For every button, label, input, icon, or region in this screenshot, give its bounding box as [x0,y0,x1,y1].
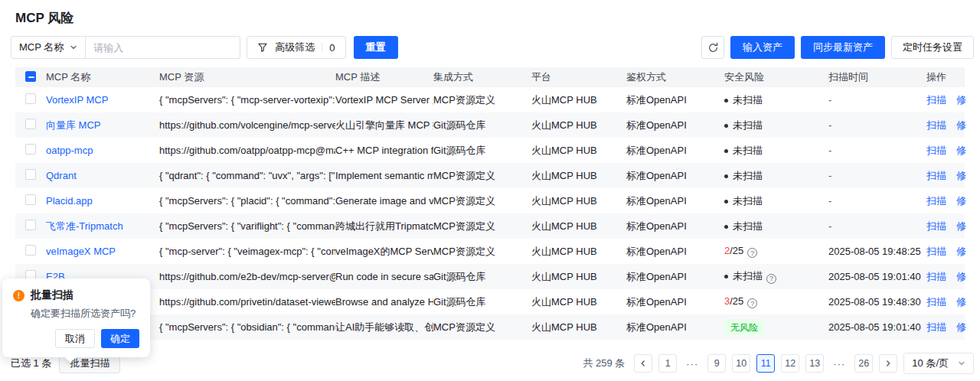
page-ellipsis[interactable]: ··· [830,354,848,373]
scan-time: - [828,220,926,232]
mcp-name-link[interactable]: 飞常准-Tripmatch [46,220,159,233]
scan-link[interactable]: 扫描 [926,194,946,208]
chevron-down-icon [958,360,965,367]
page-button-10[interactable]: 10 [732,354,750,373]
scan-link[interactable]: 扫描 [926,270,946,284]
sync-asset-button[interactable]: 同步最新资产 [801,36,885,59]
batch-scan-popover: ! 批量扫描 确定要扫描所选资产吗? 取消 确定 [2,278,150,357]
import-asset-button[interactable]: 输入资产 [730,36,795,59]
popover-actions: 取消 确定 [13,329,139,348]
column-header-desc: MCP 描述 [335,70,433,84]
table-row: E2B https://github.com/e2b-dev/mcp-serve… [15,264,965,289]
search-input[interactable] [86,36,240,59]
cancel-button[interactable]: 取消 [55,329,95,348]
help-icon[interactable]: ? [747,298,757,308]
edit-link[interactable]: 修改 [956,144,966,158]
toolbar: MCP 名称 高级筛选 0 重置 输入资产 同步最新资产 定时任务设置 [11,36,974,59]
mcp-name-link[interactable]: VortexIP MCP [46,94,159,106]
search-field-select[interactable]: MCP 名称 [11,36,86,59]
edit-link[interactable]: 修改 [956,245,966,259]
mcp-resource-text: { "mcp-server": { "veimagex-mcp": { "com… [159,246,335,257]
mcp-name-link[interactable]: veImageX MCP [46,246,159,257]
scan-link[interactable]: 扫描 [926,169,946,183]
page-button-26[interactable]: 26 [854,354,873,373]
refresh-button[interactable] [701,36,724,59]
divider [322,43,322,52]
row-checkbox[interactable] [25,194,36,205]
row-checkbox[interactable] [25,144,36,155]
page-button-9[interactable]: 9 [707,354,726,373]
scan-time: 2025-08-05 19:48:30 [828,296,926,308]
table-row: Placid.app { "mcpServers": { "placid": {… [15,188,965,213]
next-page-button[interactable] [879,354,897,373]
auth-text: 标准OpenAPI [626,169,724,183]
auth-text: 标准OpenAPI [626,144,724,158]
page-button-1[interactable]: 1 [658,354,677,373]
edit-link[interactable]: 修改 [956,119,966,132]
page-ellipsis[interactable]: ··· [683,354,701,373]
edit-link[interactable]: 修改 [956,295,966,309]
row-checkbox[interactable] [25,169,36,180]
row-checkbox[interactable] [25,119,36,129]
edit-link[interactable]: 修改 [956,321,966,334]
select-all-checkbox[interactable] [25,71,36,82]
popover-header: ! 批量扫描 [13,288,139,302]
confirm-button[interactable]: 确定 [101,329,139,348]
edit-link[interactable]: 修改 [956,93,966,107]
risk-score: 2 [724,245,730,256]
no-risk-badge: 无风险 [724,320,764,335]
mcp-name-link[interactable]: Qdrant [46,170,159,181]
edit-link[interactable]: 修改 [956,194,966,208]
edit-link[interactable]: 修改 [956,270,966,284]
mcp-name-link[interactable]: Placid.app [46,195,159,207]
mcp-name-link[interactable]: oatpp-mcp [46,145,159,156]
table-row: https://github.com/privetin/dataset-view… [15,289,965,314]
integration-text: MCP资源定义 [433,194,531,208]
reset-button[interactable]: 重置 [354,36,398,59]
help-icon[interactable]: ? [766,274,776,284]
header-checkbox-cell [15,71,46,84]
popover-message: 确定要扫描所选资产吗? [31,307,139,321]
auth-text: 标准OpenAPI [626,295,724,309]
scan-link[interactable]: 扫描 [926,119,946,132]
risk-status: 无风险 [724,320,828,335]
edit-link[interactable]: 修改 [956,220,966,233]
integration-text: MCP资源定义 [433,321,531,334]
schedule-task-button[interactable]: 定时任务设置 [891,36,974,59]
auth-text: 标准OpenAPI [626,321,724,334]
filter-funnel-icon [257,42,268,53]
page-button-12[interactable]: 12 [781,354,799,373]
page-size-select[interactable]: 10 条/页 [903,353,974,374]
scan-time: 2025-08-05 19:01:40 [828,321,926,333]
auth-text: 标准OpenAPI [626,245,724,259]
row-checkbox[interactable] [25,220,36,230]
help-icon[interactable]: ? [747,248,757,258]
scan-link[interactable]: 扫描 [926,321,946,334]
risk-status: 2/25? [724,245,828,259]
mcp-risk-table: MCP 名称 MCP 资源 MCP 描述 集成方式 平台 鉴权方式 安全风险 扫… [15,67,965,340]
advanced-filter-button[interactable]: 高级筛选 0 [247,36,345,59]
scan-link[interactable]: 扫描 [926,295,946,309]
row-checkbox[interactable] [25,245,36,256]
search-group: MCP 名称 [11,36,240,59]
row-checkbox-cell [15,144,46,157]
page-button-13[interactable]: 13 [805,354,824,373]
auth-text: 标准OpenAPI [626,270,724,284]
table-row: oatpp-mcp https://github.com/oatpp/oatpp… [15,138,965,163]
scan-link[interactable]: 扫描 [926,93,946,107]
scan-link[interactable]: 扫描 [926,144,946,158]
status-dot-icon [724,124,728,128]
chevron-left-icon [639,360,647,367]
mcp-name-link[interactable]: 向量库 MCP [46,119,159,132]
platform-text: 火山MCP HUB [531,245,626,259]
auth-text: 标准OpenAPI [626,119,724,132]
prev-page-button[interactable] [634,354,652,373]
popover-title: 批量扫描 [31,288,74,302]
scan-link[interactable]: 扫描 [926,245,946,259]
edit-link[interactable]: 修改 [956,169,966,183]
row-checkbox-cell [15,169,46,182]
row-actions: 扫描 修改 [926,194,966,208]
scan-link[interactable]: 扫描 [926,220,946,233]
page-button-11[interactable]: 11 [756,354,775,373]
row-checkbox[interactable] [25,93,36,104]
